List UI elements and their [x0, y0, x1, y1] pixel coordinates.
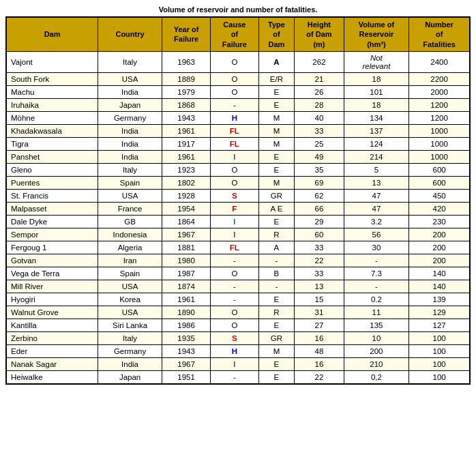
- table-row: Vega de TerraSpain1987OB337.3140: [6, 267, 470, 280]
- cell-dam: Heiwalke: [6, 370, 98, 384]
- cell-volume: 3.2: [344, 215, 409, 228]
- cell-fatalities: 200: [409, 241, 470, 254]
- cell-cause: -: [211, 98, 258, 111]
- cell-country: Korea: [98, 293, 162, 306]
- cell-fatalities: 1200: [409, 98, 470, 111]
- cell-year: 1917: [162, 137, 210, 150]
- cell-cause: O: [211, 163, 258, 176]
- cell-type: GR: [258, 189, 295, 202]
- cell-fatalities: 450: [409, 189, 470, 202]
- cell-fatalities: 100: [409, 344, 470, 357]
- cell-year: 1802: [162, 176, 210, 189]
- cell-type: E: [258, 319, 295, 331]
- cell-volume: 18: [344, 98, 409, 111]
- cell-height: 13: [295, 280, 344, 293]
- table-row: VajontItaly1963OA262Notrelevant2400: [6, 51, 470, 72]
- cell-fatalities: 100: [409, 357, 470, 370]
- cell-volume: 18: [344, 72, 409, 85]
- cell-height: 69: [295, 176, 344, 189]
- cell-dam: Panshet: [6, 150, 98, 163]
- cell-type: R: [258, 306, 295, 319]
- cell-type: E: [258, 215, 295, 228]
- cell-volume: 47: [344, 189, 409, 202]
- cell-country: USA: [98, 72, 162, 85]
- cell-country: Indonesia: [98, 228, 162, 241]
- cell-volume: 0.2: [344, 293, 409, 306]
- table-container: Volume of reservoir and number of fatali…: [5, 5, 471, 385]
- cell-dam: Machu: [6, 85, 98, 98]
- cell-volume: 124: [344, 137, 409, 150]
- cell-country: Italy: [98, 51, 162, 72]
- cell-volume: Notrelevant: [344, 51, 409, 72]
- cell-type: M: [258, 344, 295, 357]
- col-header-cause: CauseofFailure: [211, 17, 258, 51]
- cell-height: 60: [295, 228, 344, 241]
- cell-cause: O: [211, 51, 258, 72]
- cell-year: 1967: [162, 228, 210, 241]
- cell-year: 1864: [162, 215, 210, 228]
- cell-country: India: [98, 137, 162, 150]
- table-row: MalpassetFrance1954FA E6647420: [6, 202, 470, 215]
- table-row: Walnut GroveUSA1890OR3111129: [6, 306, 470, 319]
- cell-country: India: [98, 124, 162, 137]
- cell-type: R: [258, 228, 295, 241]
- col-header-type: TypeofDam: [258, 17, 295, 51]
- table-row: St. FrancisUSA1928SGR6247450: [6, 189, 470, 202]
- cell-dam: Tigra: [6, 137, 98, 150]
- cell-type: E: [258, 357, 295, 370]
- table-row: ZerbinoItaly1935SGR1610100: [6, 331, 470, 344]
- cell-fatalities: 2200: [409, 72, 470, 85]
- cell-cause: FL: [211, 124, 258, 137]
- cell-cause: O: [211, 267, 258, 280]
- cell-country: GB: [98, 215, 162, 228]
- cell-height: 40: [295, 111, 344, 124]
- cell-year: 1979: [162, 85, 210, 98]
- table-row: MachuIndia1979OE261012000: [6, 85, 470, 98]
- cell-fatalities: 140: [409, 267, 470, 280]
- cell-height: 33: [295, 241, 344, 254]
- cell-country: Algeria: [98, 241, 162, 254]
- cell-volume: -: [344, 254, 409, 267]
- cell-volume: 47: [344, 202, 409, 215]
- cell-height: 29: [295, 215, 344, 228]
- cell-year: 1868: [162, 98, 210, 111]
- cell-volume: 13: [344, 176, 409, 189]
- table-row: MöhneGermany1943HM401341200: [6, 111, 470, 124]
- table-row: Mill RiverUSA1874--13-140: [6, 280, 470, 293]
- cell-cause: FL: [211, 137, 258, 150]
- cell-fatalities: 100: [409, 370, 470, 384]
- cell-type: E: [258, 370, 295, 384]
- cell-country: India: [98, 150, 162, 163]
- cell-dam: Sempor: [6, 228, 98, 241]
- cell-year: 1943: [162, 111, 210, 124]
- cell-dam: Gotvan: [6, 254, 98, 267]
- cell-volume: 11: [344, 306, 409, 319]
- cell-year: 1890: [162, 306, 210, 319]
- table-row: PanshetIndia1961IE492141000: [6, 150, 470, 163]
- cell-cause: -: [211, 370, 258, 384]
- cell-type: GR: [258, 331, 295, 344]
- cell-height: 66: [295, 202, 344, 215]
- col-header-volume: Volume ofReservoir(hm³): [344, 17, 409, 51]
- table-row: South ForkUSA1889OE/R21182200: [6, 72, 470, 85]
- cell-volume: 30: [344, 241, 409, 254]
- table-row: GotvanIran1980--22-200: [6, 254, 470, 267]
- cell-year: 1954: [162, 202, 210, 215]
- cell-height: 33: [295, 267, 344, 280]
- cell-height: 262: [295, 51, 344, 72]
- table-row: KhadakwasalaIndia1961FLM331371000: [6, 124, 470, 137]
- cell-type: M: [258, 137, 295, 150]
- col-header-country: Country: [98, 17, 162, 51]
- cell-fatalities: 139: [409, 293, 470, 306]
- table-row: IruhaikaJapan1868-E28181200: [6, 98, 470, 111]
- cell-volume: 135: [344, 319, 409, 331]
- cell-volume: 210: [344, 357, 409, 370]
- cell-type: B: [258, 267, 295, 280]
- cell-year: 1987: [162, 267, 210, 280]
- cell-cause: F: [211, 202, 258, 215]
- cell-height: 21: [295, 72, 344, 85]
- cell-type: A: [258, 241, 295, 254]
- cell-cause: I: [211, 228, 258, 241]
- table-title: Volume of reservoir and number of fatali…: [5, 5, 471, 14]
- cell-cause: -: [211, 254, 258, 267]
